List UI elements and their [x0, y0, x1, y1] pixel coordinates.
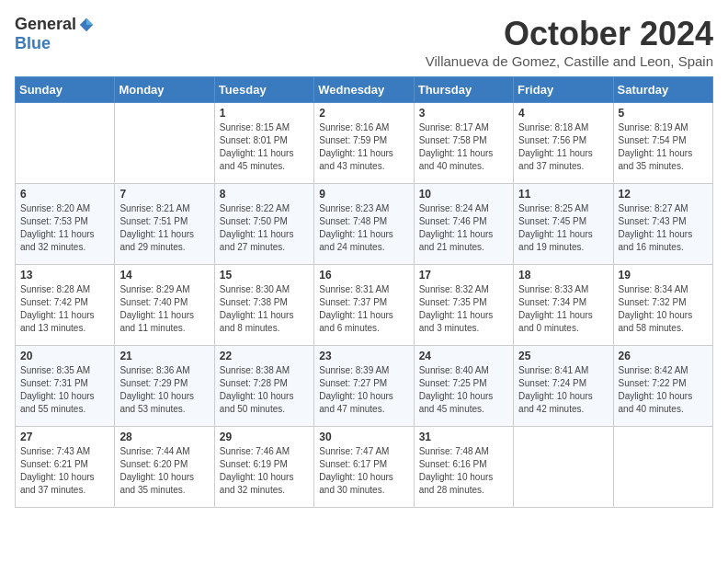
day-number: 6 [20, 188, 109, 201]
day-info: Sunrise: 8:22 AM Sunset: 7:50 PM Dayligh… [220, 202, 309, 254]
calendar-week-row: 6Sunrise: 8:20 AM Sunset: 7:53 PM Daylig… [16, 184, 713, 265]
day-number: 31 [419, 431, 508, 443]
day-number: 26 [619, 350, 708, 362]
calendar-week-row: 20Sunrise: 8:35 AM Sunset: 7:31 PM Dayli… [16, 346, 713, 427]
calendar-cell: 16Sunrise: 8:31 AM Sunset: 7:37 PM Dayli… [314, 265, 414, 346]
day-number: 27 [20, 431, 109, 443]
day-info: Sunrise: 8:39 AM Sunset: 7:27 PM Dayligh… [319, 364, 408, 416]
day-of-week-header: Monday [115, 77, 214, 103]
calendar-cell: 7Sunrise: 8:21 AM Sunset: 7:51 PM Daylig… [115, 184, 214, 265]
calendar-week-row: 13Sunrise: 8:28 AM Sunset: 7:42 PM Dayli… [16, 265, 713, 346]
calendar-cell: 17Sunrise: 8:32 AM Sunset: 7:35 PM Dayli… [414, 265, 513, 346]
day-number: 4 [518, 107, 608, 120]
calendar-cell: 11Sunrise: 8:25 AM Sunset: 7:45 PM Dayli… [514, 184, 613, 265]
svg-marker-1 [86, 17, 93, 24]
day-number: 30 [319, 431, 408, 443]
calendar-cell: 8Sunrise: 8:22 AM Sunset: 7:50 PM Daylig… [214, 184, 313, 265]
day-number: 18 [518, 269, 608, 282]
calendar-week-row: 1Sunrise: 8:15 AM Sunset: 8:01 PM Daylig… [16, 103, 713, 184]
calendar-cell: 27Sunrise: 7:43 AM Sunset: 6:21 PM Dayli… [16, 427, 115, 508]
day-number: 7 [119, 188, 209, 201]
calendar-cell: 20Sunrise: 8:35 AM Sunset: 7:31 PM Dayli… [16, 346, 115, 427]
day-number: 8 [220, 188, 309, 201]
calendar-cell: 5Sunrise: 8:19 AM Sunset: 7:54 PM Daylig… [613, 103, 712, 184]
day-info: Sunrise: 8:35 AM Sunset: 7:31 PM Dayligh… [20, 364, 109, 416]
calendar-cell: 3Sunrise: 8:17 AM Sunset: 7:58 PM Daylig… [414, 103, 513, 184]
day-info: Sunrise: 7:47 AM Sunset: 6:17 PM Dayligh… [319, 445, 408, 497]
day-number: 24 [419, 350, 508, 362]
day-info: Sunrise: 8:23 AM Sunset: 7:48 PM Dayligh… [319, 202, 408, 254]
day-info: Sunrise: 8:24 AM Sunset: 7:46 PM Dayligh… [419, 202, 508, 254]
calendar-cell: 21Sunrise: 8:36 AM Sunset: 7:29 PM Dayli… [115, 346, 214, 427]
day-info: Sunrise: 8:15 AM Sunset: 8:01 PM Dayligh… [220, 121, 309, 173]
calendar-cell: 31Sunrise: 7:48 AM Sunset: 6:16 PM Dayli… [414, 427, 513, 508]
day-info: Sunrise: 8:17 AM Sunset: 7:58 PM Dayligh… [419, 121, 508, 173]
day-info: Sunrise: 8:27 AM Sunset: 7:43 PM Dayligh… [619, 202, 708, 254]
day-of-week-header: Saturday [613, 77, 712, 103]
logo-general: General [15, 15, 76, 34]
day-info: Sunrise: 8:32 AM Sunset: 7:35 PM Dayligh… [419, 283, 508, 335]
day-number: 12 [619, 188, 708, 201]
calendar-cell: 10Sunrise: 8:24 AM Sunset: 7:46 PM Dayli… [414, 184, 513, 265]
calendar-cell: 15Sunrise: 8:30 AM Sunset: 7:38 PM Dayli… [214, 265, 313, 346]
calendar-cell [115, 103, 214, 184]
calendar-cell [613, 427, 712, 508]
calendar-header-row: SundayMondayTuesdayWednesdayThursdayFrid… [16, 77, 713, 103]
day-info: Sunrise: 8:19 AM Sunset: 7:54 PM Dayligh… [619, 121, 708, 173]
day-info: Sunrise: 8:42 AM Sunset: 7:22 PM Dayligh… [619, 364, 708, 416]
day-info: Sunrise: 8:41 AM Sunset: 7:24 PM Dayligh… [518, 364, 608, 416]
day-number: 25 [518, 350, 608, 362]
day-info: Sunrise: 7:43 AM Sunset: 6:21 PM Dayligh… [20, 445, 109, 497]
day-info: Sunrise: 8:31 AM Sunset: 7:37 PM Dayligh… [319, 283, 408, 335]
day-of-week-header: Tuesday [214, 77, 313, 103]
day-number: 22 [220, 350, 309, 362]
day-number: 9 [319, 188, 408, 201]
calendar-cell: 23Sunrise: 8:39 AM Sunset: 7:27 PM Dayli… [314, 346, 414, 427]
day-number: 3 [419, 107, 508, 120]
day-info: Sunrise: 8:33 AM Sunset: 7:34 PM Dayligh… [518, 283, 608, 335]
day-number: 28 [119, 431, 209, 443]
day-of-week-header: Thursday [414, 77, 513, 103]
day-number: 19 [619, 269, 708, 282]
day-number: 11 [518, 188, 608, 201]
calendar-cell: 4Sunrise: 8:18 AM Sunset: 7:56 PM Daylig… [514, 103, 613, 184]
calendar-cell: 12Sunrise: 8:27 AM Sunset: 7:43 PM Dayli… [613, 184, 712, 265]
day-number: 20 [20, 350, 109, 362]
day-number: 23 [319, 350, 408, 362]
day-info: Sunrise: 8:40 AM Sunset: 7:25 PM Dayligh… [419, 364, 508, 416]
day-info: Sunrise: 8:18 AM Sunset: 7:56 PM Dayligh… [518, 121, 608, 173]
day-number: 1 [220, 107, 309, 120]
location-subtitle: Villanueva de Gomez, Castille and Leon, … [426, 53, 713, 69]
logo-blue: Blue [15, 34, 51, 52]
calendar-cell: 13Sunrise: 8:28 AM Sunset: 7:42 PM Dayli… [16, 265, 115, 346]
logo-icon [78, 17, 95, 33]
calendar-cell: 14Sunrise: 8:29 AM Sunset: 7:40 PM Dayli… [115, 265, 214, 346]
calendar-cell [514, 427, 613, 508]
day-info: Sunrise: 8:20 AM Sunset: 7:53 PM Dayligh… [20, 202, 109, 254]
day-number: 21 [119, 350, 209, 362]
calendar-cell: 25Sunrise: 8:41 AM Sunset: 7:24 PM Dayli… [514, 346, 613, 427]
day-of-week-header: Sunday [16, 77, 115, 103]
day-info: Sunrise: 8:29 AM Sunset: 7:40 PM Dayligh… [119, 283, 209, 335]
calendar-cell: 30Sunrise: 7:47 AM Sunset: 6:17 PM Dayli… [314, 427, 414, 508]
day-number: 17 [419, 269, 508, 282]
day-number: 16 [319, 269, 408, 282]
calendar-cell [16, 103, 115, 184]
calendar-cell: 22Sunrise: 8:38 AM Sunset: 7:28 PM Dayli… [214, 346, 313, 427]
day-info: Sunrise: 8:21 AM Sunset: 7:51 PM Dayligh… [119, 202, 209, 254]
day-info: Sunrise: 8:16 AM Sunset: 7:59 PM Dayligh… [319, 121, 408, 173]
calendar-cell: 29Sunrise: 7:46 AM Sunset: 6:19 PM Dayli… [214, 427, 313, 508]
calendar-cell: 24Sunrise: 8:40 AM Sunset: 7:25 PM Dayli… [414, 346, 513, 427]
calendar-week-row: 27Sunrise: 7:43 AM Sunset: 6:21 PM Dayli… [16, 427, 713, 508]
day-number: 15 [220, 269, 309, 282]
day-info: Sunrise: 7:44 AM Sunset: 6:20 PM Dayligh… [119, 445, 209, 497]
calendar-cell: 28Sunrise: 7:44 AM Sunset: 6:20 PM Dayli… [115, 427, 214, 508]
day-of-week-header: Friday [514, 77, 613, 103]
calendar-cell: 26Sunrise: 8:42 AM Sunset: 7:22 PM Dayli… [613, 346, 712, 427]
day-number: 10 [419, 188, 508, 201]
calendar-cell: 2Sunrise: 8:16 AM Sunset: 7:59 PM Daylig… [314, 103, 414, 184]
calendar-cell: 6Sunrise: 8:20 AM Sunset: 7:53 PM Daylig… [16, 184, 115, 265]
day-number: 29 [220, 431, 309, 443]
calendar-table: SundayMondayTuesdayWednesdayThursdayFrid… [15, 76, 713, 508]
calendar-cell: 18Sunrise: 8:33 AM Sunset: 7:34 PM Dayli… [514, 265, 613, 346]
